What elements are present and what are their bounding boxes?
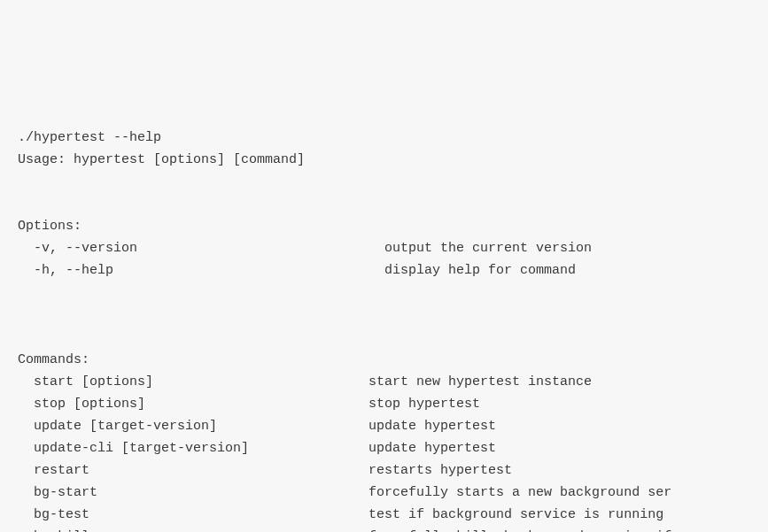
usage-line: Usage: hypertest [options] [command] bbox=[18, 152, 305, 167]
command-desc: update hypertest bbox=[368, 437, 496, 459]
option-row: -v, --version output the current version bbox=[18, 237, 768, 259]
option-pad bbox=[113, 259, 384, 281]
command-name: update-cli [target-version] bbox=[34, 437, 249, 459]
option-flag: -v, --version bbox=[34, 237, 137, 259]
command-desc: restarts hypertest bbox=[368, 459, 512, 482]
command-name: start [options] bbox=[34, 371, 153, 393]
command-pad bbox=[89, 526, 368, 532]
command-name: restart bbox=[34, 459, 89, 482]
options-list: -v, --version output the current version… bbox=[18, 237, 768, 281]
command-row: bg-kill forcefully kills background serv… bbox=[18, 526, 768, 532]
command-pad bbox=[217, 415, 368, 437]
options-header: Options: bbox=[18, 219, 81, 234]
option-desc: display help for command bbox=[384, 259, 576, 281]
command-desc: update hypertest bbox=[368, 415, 496, 437]
command-pad bbox=[153, 371, 368, 393]
command-pad bbox=[89, 504, 368, 526]
command-pad bbox=[145, 393, 368, 415]
spacer bbox=[18, 171, 768, 193]
option-desc: output the current version bbox=[384, 237, 592, 259]
command-row: restart restarts hypertest bbox=[18, 459, 768, 482]
command-row: start [options] start new hypertest inst… bbox=[18, 371, 768, 393]
option-pad bbox=[137, 237, 384, 259]
command-row: bg-test test if background service is ru… bbox=[18, 504, 768, 526]
spacer bbox=[18, 305, 768, 327]
command-name: bg-start bbox=[34, 482, 97, 504]
command-desc: forcefully starts a new background ser bbox=[368, 482, 671, 504]
command-name: bg-kill bbox=[34, 526, 89, 532]
command-name: update [target-version] bbox=[34, 415, 217, 437]
commands-list: start [options] start new hypertest inst… bbox=[18, 371, 768, 532]
command-name: bg-test bbox=[34, 504, 89, 526]
option-row: -h, --help display help for command bbox=[18, 259, 768, 281]
command-desc: stop hypertest bbox=[368, 393, 480, 415]
command-desc: forcefully kills background service if bbox=[368, 526, 671, 532]
invocation-line: ./hypertest --help bbox=[18, 130, 161, 145]
command-name: stop [options] bbox=[34, 393, 145, 415]
commands-header: Commands: bbox=[18, 352, 89, 367]
command-row: update-cli [target-version] update hyper… bbox=[18, 437, 768, 459]
command-row: stop [options] stop hypertest bbox=[18, 393, 768, 415]
terminal-output: ./hypertest --help Usage: hypertest [opt… bbox=[18, 104, 768, 532]
command-pad bbox=[249, 437, 368, 459]
option-flag: -h, --help bbox=[34, 259, 113, 281]
command-pad bbox=[97, 482, 368, 504]
command-desc: test if background service is running bbox=[368, 504, 671, 526]
command-row: update [target-version] update hypertest bbox=[18, 415, 768, 437]
command-desc: start new hypertest instance bbox=[368, 371, 592, 393]
command-pad bbox=[89, 459, 368, 482]
command-row: bg-start forcefully starts a new backgro… bbox=[18, 482, 768, 504]
